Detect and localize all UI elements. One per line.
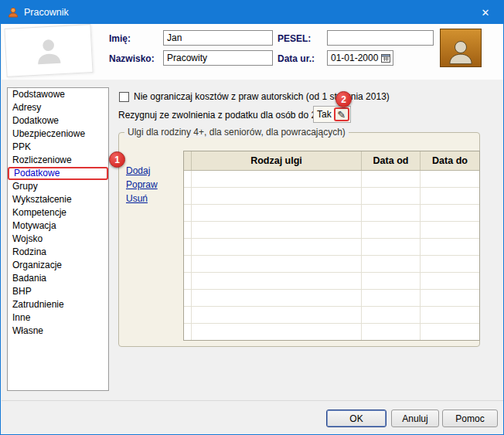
nazwisko-label: Nazwisko: bbox=[109, 53, 155, 64]
sidebar-item-dodatkowe[interactable]: Dodatkowe bbox=[8, 114, 108, 127]
column-header: Rodzaj ulgi bbox=[192, 151, 362, 170]
sidebar-item-inne[interactable]: Inne bbox=[8, 311, 108, 325]
table-cell bbox=[192, 222, 362, 238]
employee-app-icon bbox=[7, 6, 19, 19]
sidebar-item-podatkowe[interactable]: Podatkowe bbox=[8, 167, 108, 180]
action-link-dodaj[interactable]: Dodaj bbox=[126, 164, 150, 178]
footer-separator bbox=[2, 400, 504, 401]
exemption-label: Rezygnuj ze zwolnienia z podatku dla osó… bbox=[118, 110, 336, 121]
table-cell bbox=[192, 273, 362, 289]
exemption-control: Tak ✎ bbox=[313, 106, 351, 123]
table-row[interactable] bbox=[184, 188, 479, 205]
sidebar-item-motywacja[interactable]: Motywacja bbox=[8, 219, 108, 233]
table-row[interactable] bbox=[184, 171, 479, 188]
table-cell bbox=[362, 256, 421, 272]
window-title: Pracownik bbox=[24, 7, 69, 18]
sidebar-item-bhp[interactable]: BHP bbox=[8, 285, 108, 298]
imie-field[interactable] bbox=[163, 30, 273, 46]
table-row[interactable] bbox=[184, 256, 479, 273]
imie-label: Imię: bbox=[109, 33, 131, 44]
table-row[interactable] bbox=[184, 205, 479, 222]
data-ur-label: Data ur.: bbox=[278, 53, 315, 64]
sidebar-item-wojsko[interactable]: Wojsko bbox=[8, 233, 108, 246]
person-avatar-icon bbox=[445, 36, 476, 66]
edit-pencil-icon[interactable]: ✎ bbox=[334, 107, 349, 121]
table-header-row: Rodzaj ulgiData odData do bbox=[184, 151, 479, 171]
data-ur-value: 01-01-2000 bbox=[328, 53, 379, 63]
table-row[interactable] bbox=[184, 307, 479, 324]
row-selector-cell bbox=[184, 324, 192, 340]
photo-placeholder bbox=[4, 24, 93, 77]
row-selector-cell bbox=[184, 307, 192, 323]
sidebar-item-wyksztalcenie[interactable]: Wykształcenie bbox=[8, 193, 108, 206]
table-cell bbox=[421, 324, 479, 340]
category-list: PodstawoweAdresyDodatkoweUbezpieczeniowe… bbox=[7, 87, 109, 391]
pesel-label: PESEL: bbox=[278, 33, 311, 44]
table-actions: DodajPoprawUsuń bbox=[126, 164, 158, 206]
pesel-field[interactable] bbox=[327, 30, 434, 46]
row-selector-cell bbox=[184, 222, 192, 238]
table-row[interactable] bbox=[184, 324, 479, 341]
table-cell bbox=[192, 324, 362, 340]
table-cell bbox=[362, 205, 421, 221]
step-badge-1: 1 bbox=[109, 151, 125, 168]
table-cell bbox=[421, 222, 479, 238]
table-cell bbox=[421, 239, 479, 255]
sidebar-item-ubezpieczeniowe[interactable]: Ubezpieczeniowe bbox=[8, 127, 108, 141]
sidebar-item-podstawowe[interactable]: Podstawowe bbox=[8, 88, 108, 101]
sidebar-item-badania[interactable]: Badania bbox=[8, 272, 108, 285]
action-link-popraw[interactable]: Popraw bbox=[126, 178, 158, 192]
table-cell bbox=[362, 307, 421, 323]
table-cell bbox=[362, 273, 421, 289]
table-cell bbox=[362, 171, 421, 187]
sidebar-item-zatrudnienie[interactable]: Zatrudnienie bbox=[8, 298, 108, 311]
table-row[interactable] bbox=[184, 290, 479, 307]
table-row[interactable] bbox=[184, 239, 479, 256]
table-row[interactable] bbox=[184, 273, 479, 290]
sidebar-item-rozliczeniowe[interactable]: Rozliczeniowe bbox=[8, 154, 108, 167]
calendar-icon[interactable] bbox=[379, 51, 393, 65]
table-cell bbox=[192, 256, 362, 272]
sidebar-item-wlasne[interactable]: Własne bbox=[8, 325, 108, 338]
table-body bbox=[184, 171, 479, 341]
nazwisko-field[interactable] bbox=[163, 50, 273, 66]
employee-avatar bbox=[440, 29, 482, 67]
titlebar: Pracownik ✕ bbox=[1, 1, 503, 24]
row-selector-cell bbox=[184, 205, 192, 221]
sidebar-item-ppk[interactable]: PPK bbox=[8, 141, 108, 154]
sidebar-item-grupy[interactable]: Grupy bbox=[8, 180, 108, 193]
close-button[interactable]: ✕ bbox=[468, 1, 503, 24]
table-cell bbox=[421, 205, 479, 221]
author-costs-checkbox[interactable] bbox=[119, 92, 129, 102]
table-cell bbox=[192, 171, 362, 187]
exemption-value: Tak bbox=[317, 109, 332, 120]
table-row[interactable] bbox=[184, 222, 479, 239]
pracownik-dialog: Pracownik ✕ Imię: PESEL: Nazwisko: Data … bbox=[0, 0, 504, 435]
row-selector-cell bbox=[184, 256, 192, 272]
ulgi-table: Rodzaj ulgiData odData do bbox=[183, 151, 480, 341]
row-selector-cell bbox=[184, 171, 192, 187]
table-cell bbox=[421, 188, 479, 204]
row-selector-cell bbox=[184, 188, 192, 204]
sidebar-item-rodzina[interactable]: Rodzina bbox=[8, 246, 108, 259]
person-silhouette-icon bbox=[31, 32, 66, 68]
table-cell bbox=[192, 205, 362, 221]
table-cell bbox=[421, 290, 479, 306]
row-selector-cell bbox=[184, 239, 192, 255]
action-link-usun[interactable]: Usuń bbox=[126, 192, 148, 206]
ulgi-groupbox-title: Ulgi dla rodziny 4+, dla seniorów, dla p… bbox=[124, 127, 349, 138]
sidebar-item-adresy[interactable]: Adresy bbox=[8, 101, 108, 114]
table-cell bbox=[362, 290, 421, 306]
sidebar-item-organizacje[interactable]: Organizacje bbox=[8, 259, 108, 272]
table-cell bbox=[362, 324, 421, 340]
ok-button[interactable]: OK bbox=[326, 410, 387, 427]
table-cell bbox=[192, 239, 362, 255]
data-ur-field[interactable]: 01-01-2000 bbox=[327, 50, 393, 66]
table-cell bbox=[362, 239, 421, 255]
table-cell bbox=[421, 256, 479, 272]
table-cell bbox=[192, 307, 362, 323]
cancel-button[interactable]: Anuluj bbox=[391, 410, 439, 427]
sidebar-item-kompetencje[interactable]: Kompetencje bbox=[8, 206, 108, 219]
help-button[interactable]: Pomoc bbox=[442, 410, 498, 427]
column-header: Data do bbox=[421, 151, 479, 170]
